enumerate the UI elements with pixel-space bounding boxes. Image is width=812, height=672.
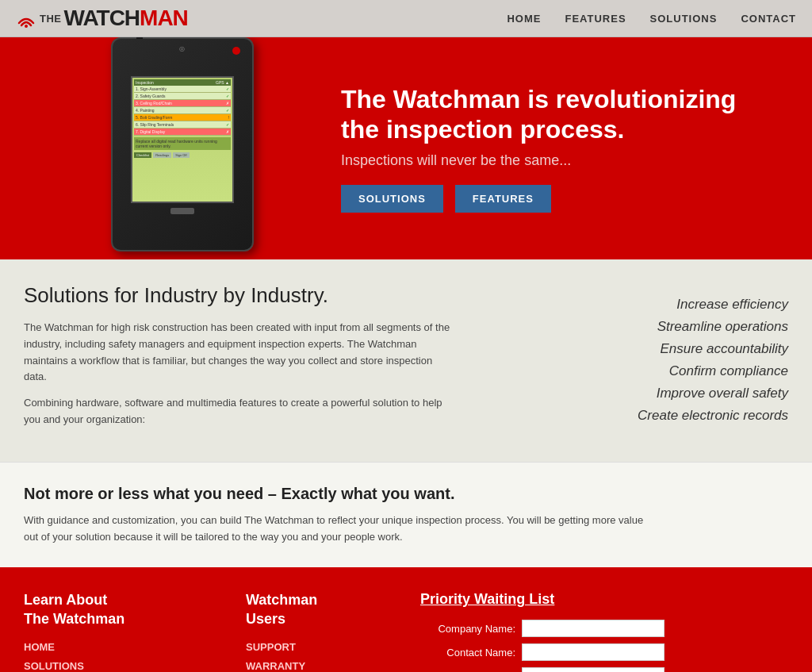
screen-row-5: 5. Bolt Grading/Form! — [134, 114, 231, 121]
hero-buttons: SOLUTIONS FEATURES — [341, 185, 736, 213]
footer-link-warranty[interactable]: WARRANTY — [246, 657, 420, 672]
input-email[interactable] — [522, 667, 665, 672]
solution-item-3: Confirm compliance — [500, 363, 788, 379]
screen-tabs: Checklist Readings Sign Off — [134, 152, 231, 158]
screen-row-3: 3. Ceiling Rod/Chain✗ — [134, 100, 231, 107]
screen-note: Replace all digital read hardware units … — [134, 137, 231, 150]
footer-link-home[interactable]: HOME — [24, 638, 246, 656]
nav-features[interactable]: FEATURES — [565, 13, 626, 25]
footer-col-learn: Learn AboutThe Watchman HOME SOLUTIONS F… — [24, 591, 246, 672]
device-brand: ◎ — [113, 39, 252, 52]
hero-headline: The Watchman is revolutionizingthe inspe… — [341, 84, 736, 145]
screen-header: InspectionGPS ▲ — [134, 79, 231, 86]
hero-section: ◎ InspectionGPS ▲ 1. Sign-Assembly✓ 2. S… — [0, 37, 812, 259]
device-screen-content: InspectionGPS ▲ 1. Sign-Assembly✓ 2. Saf… — [132, 78, 232, 202]
form-row-contact: Contact Name: — [420, 643, 788, 661]
footer-col-waitlist: Priority Waiting List Company Name: Cont… — [420, 591, 788, 672]
input-contact[interactable] — [522, 643, 665, 661]
label-contact: Contact Name: — [420, 647, 515, 659]
logo-watch: Watch — [64, 6, 140, 30]
logo-the: The — [40, 13, 62, 25]
screen-row-4: 4. Painting✓ — [134, 107, 231, 114]
wifi-logo-icon — [16, 12, 36, 28]
screen-row-1: 1. Sign-Assembly✓ — [134, 86, 231, 93]
footer-link-support[interactable]: SUPPORT — [246, 638, 420, 656]
screen-row-7: 7. Digital Display✗ — [134, 129, 231, 136]
footer-col-users: WatchmanUsers SUPPORT WARRANTY — [246, 591, 420, 672]
features-button[interactable]: FEATURES — [455, 185, 551, 213]
customization-section: Not more or less what you need – Exactly… — [0, 462, 812, 568]
screen-row-2: 2. Safety Guards✓ — [134, 93, 231, 100]
device-button — [170, 208, 194, 214]
footer: Learn AboutThe Watchman HOME SOLUTIONS F… — [0, 567, 812, 672]
solutions-para1: The Watchman for high risk construction … — [24, 320, 452, 386]
screen-row-6: 6. Slip Ring Terminals✓ — [134, 121, 231, 129]
footer-col2-heading: WatchmanUsers — [246, 591, 420, 628]
form-row-email: Email Address: — [420, 667, 788, 672]
svg-point-0 — [25, 25, 28, 28]
hero-subheadline: Inspections will never be the same... — [341, 152, 736, 169]
logo-text: WatchMan — [64, 6, 188, 31]
footer-col2-links: SUPPORT WARRANTY — [246, 638, 420, 672]
solutions-button[interactable]: SOLUTIONS — [341, 185, 443, 213]
solution-item-4: Improve overall safety — [500, 386, 788, 401]
footer-top: Learn AboutThe Watchman HOME SOLUTIONS F… — [24, 591, 788, 672]
solutions-heading: Solutions for Industry by Industry. — [24, 283, 452, 308]
solutions-list: Increase efficiency Streamline operation… — [476, 283, 812, 438]
hero-content: The Watchman is revolutionizingthe inspe… — [341, 84, 736, 213]
device-screen: InspectionGPS ▲ 1. Sign-Assembly✓ 2. Saf… — [131, 76, 234, 203]
solutions-section: Solutions for Industry by Industry. The … — [0, 259, 812, 462]
logo-area: The WatchMan — [16, 6, 188, 31]
device-antenna — [136, 37, 143, 39]
solution-item-0: Increase efficiency — [500, 297, 788, 313]
footer-col1-heading: Learn AboutThe Watchman — [24, 591, 246, 628]
solutions-left: Solutions for Industry by Industry. The … — [0, 283, 476, 438]
logo-man: Man — [140, 6, 188, 30]
input-company[interactable] — [522, 620, 665, 637]
device-led — [232, 47, 240, 55]
nav-home[interactable]: HOME — [507, 13, 541, 25]
footer-col1-links: HOME SOLUTIONS FEATURES CONTACT US — [24, 638, 246, 672]
solution-item-5: Create electronic records — [500, 408, 788, 424]
hero-device-image: ◎ InspectionGPS ▲ 1. Sign-Assembly✓ 2. S… — [95, 37, 270, 259]
custom-para: With guidance and customization, you can… — [24, 513, 658, 546]
solutions-para2: Combining hardware, software and multime… — [24, 395, 452, 428]
label-company: Company Name: — [420, 623, 515, 635]
custom-heading: Not more or less what you need – Exactly… — [24, 485, 788, 503]
waitlist-heading: Priority Waiting List — [420, 591, 788, 608]
header: The WatchMan HOME FEATURES SOLUTIONS CON… — [0, 0, 812, 37]
main-nav: HOME FEATURES SOLUTIONS CONTACT — [507, 13, 796, 25]
nav-contact[interactable]: CONTACT — [741, 13, 796, 25]
solution-item-1: Streamline operations — [500, 319, 788, 335]
footer-link-solutions[interactable]: SOLUTIONS — [24, 657, 246, 672]
solution-item-2: Ensure accountability — [500, 341, 788, 357]
form-row-company: Company Name: — [420, 620, 788, 637]
nav-solutions[interactable]: SOLUTIONS — [650, 13, 718, 25]
